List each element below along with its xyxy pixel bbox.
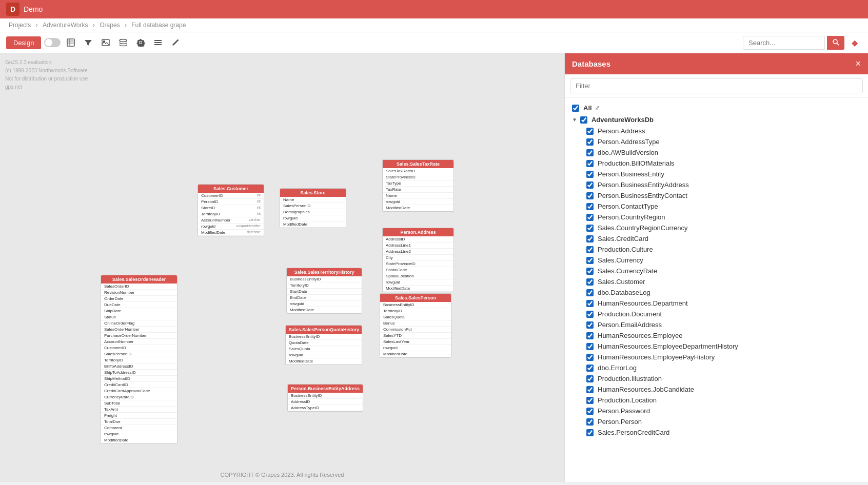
table-checkbox[interactable] <box>586 181 594 189</box>
search-input[interactable] <box>743 36 825 50</box>
table-checkbox[interactable] <box>586 138 594 146</box>
table-checkbox[interactable] <box>586 343 594 350</box>
table-checkbox[interactable] <box>586 128 594 135</box>
table-checkbox[interactable] <box>586 192 594 199</box>
table-checkbox[interactable] <box>586 408 594 415</box>
table-item-person-addresstype[interactable]: Person.AddressType <box>565 136 868 147</box>
filter-icon-btn[interactable] <box>81 35 95 50</box>
table-row: ShipMethodID <box>101 376 177 382</box>
table-row: PostalCode <box>383 267 453 273</box>
table-person-address[interactable]: Person.Address AddressID AddressLine1 Ad… <box>382 228 454 292</box>
table-item-sales-currencyrate[interactable]: Sales.CurrencyRate <box>565 266 868 276</box>
all-checkbox[interactable] <box>572 105 579 112</box>
table-item-person-be[interactable]: Person.BusinessEntity <box>565 169 868 179</box>
table-item-person-bec[interactable]: Person.BusinessEntityContact <box>565 190 868 201</box>
panel-filter-input[interactable] <box>570 78 863 93</box>
table-row: AddressLine1 <box>383 243 453 249</box>
table-person-bea[interactable]: Person.BusinessEntityAddress BusinessEnt… <box>287 384 363 412</box>
table-item-hr-edh[interactable]: HumanResources.EmployeeDepartmentHistory <box>565 341 868 352</box>
panel-close-button[interactable]: × <box>855 58 861 69</box>
table-checkbox[interactable] <box>586 429 594 436</box>
copyright: COPYRIGHT © Grapes 2023. All rights Rese… <box>221 472 344 478</box>
table-item-production-culture[interactable]: Production.Culture <box>565 244 868 255</box>
table-label: Person.EmailAddress <box>598 321 662 329</box>
table-item-person-emailaddress[interactable]: Person.EmailAddress <box>565 319 868 330</box>
table-checkbox[interactable] <box>586 171 594 178</box>
all-row[interactable]: All ⤢ <box>565 102 868 114</box>
table-sales-store[interactable]: Sales.Store Name SalesPersonID Demograph… <box>280 188 346 228</box>
table-row: rowguid <box>280 215 346 221</box>
table-checkbox[interactable] <box>586 149 594 156</box>
breadcrumb: Projects › AdventureWorks › Grapes › Ful… <box>0 18 868 32</box>
table-item-dbo-databaselog[interactable]: dbo.DatabaseLog <box>565 287 868 298</box>
table-checkbox[interactable] <box>586 289 594 296</box>
table-sales-quotahistory[interactable]: Sales.SalesPersonQuotaHistory BusinessEn… <box>285 325 362 365</box>
table-item-production-illustration[interactable]: Production.Illustration <box>565 373 868 384</box>
table-checkbox[interactable] <box>586 235 594 243</box>
table-item-sales-countryregioncurrency[interactable]: Sales.CountryRegionCurrency <box>565 223 868 233</box>
table-item-hr-employee[interactable]: HumanResources.Employee <box>565 330 868 341</box>
table-item-person-countryregion[interactable]: Person.CountryRegion <box>565 212 868 223</box>
image-icon-btn[interactable] <box>98 35 113 50</box>
table-checkbox[interactable] <box>586 365 594 372</box>
table-checkbox[interactable] <box>586 278 594 286</box>
diamond-icon-btn[interactable]: ◆ <box>847 35 862 50</box>
table-item-dbo-errorlog[interactable]: dbo.ErrorLog <box>565 362 868 373</box>
table-item-sales-currency[interactable]: Sales.Currency <box>565 255 868 266</box>
table-row: OrderDate <box>101 296 177 302</box>
settings-icon-btn[interactable] <box>133 35 148 50</box>
table-checkbox[interactable] <box>586 203 594 210</box>
table-item-hr-jobcandidate[interactable]: HumanResources.JobCandidate <box>565 384 868 395</box>
table-checkbox[interactable] <box>586 418 594 426</box>
edit-icon-btn[interactable] <box>168 35 183 50</box>
breadcrumb-projects[interactable]: Projects <box>9 22 31 29</box>
table-sales-customer[interactable]: Sales.Customer CustomerIDint PersonIDint… <box>198 184 264 236</box>
table-checkbox[interactable] <box>586 354 594 361</box>
table-checkbox[interactable] <box>586 214 594 221</box>
table-checkbox[interactable] <box>586 386 594 393</box>
breadcrumb-adventureworks[interactable]: AdventureWorks <box>43 22 88 29</box>
table-item-person-bea[interactable]: Person.BusinessEntityAddress <box>565 179 868 190</box>
list-icon-btn[interactable] <box>151 35 165 50</box>
expand-all-icon[interactable]: ⤢ <box>595 105 600 111</box>
table-checkbox[interactable] <box>586 375 594 382</box>
table-item-person-address[interactable]: Person.Address <box>565 126 868 136</box>
table-item-dbo-awbuild[interactable]: dbo.AWBuildVersion <box>565 147 868 158</box>
table-item-sales-creditcard[interactable]: Sales.CreditCard <box>565 233 868 244</box>
table-checkbox[interactable] <box>586 300 594 307</box>
table-checkbox[interactable] <box>586 160 594 167</box>
table-row: QuotaDate <box>286 340 362 346</box>
table-checkbox[interactable] <box>586 321 594 329</box>
table-sales-taxrate[interactable]: Sales.SalesTaxRate SalesTaxRateID StateP… <box>382 159 454 212</box>
table-sales-person[interactable]: Sales.SalesPerson BusinessEntityID Terri… <box>380 293 451 358</box>
layers-icon-btn[interactable] <box>116 35 130 50</box>
table-item-person-password[interactable]: Person.Password <box>565 406 868 416</box>
table-sales-orderheader[interactable]: Sales.SalesOrderHeader SalesOrderID Revi… <box>101 275 177 444</box>
table-label: Sales.Customer <box>598 278 645 286</box>
db-group-adventureworks[interactable]: ▼ AdventureWorksDb <box>565 114 868 126</box>
search-button[interactable] <box>827 36 844 50</box>
table-checkbox[interactable] <box>586 257 594 264</box>
breadcrumb-grapes[interactable]: Grapes <box>100 22 120 29</box>
table-checkbox[interactable] <box>586 246 594 253</box>
table-checkbox[interactable] <box>586 268 594 275</box>
table-checkbox[interactable] <box>586 225 594 232</box>
table-item-person-person[interactable]: Person.Person <box>565 416 868 427</box>
table-item-hr-eph[interactable]: HumanResources.EmployeePayHistory <box>565 352 868 362</box>
table-item-production-bom[interactable]: Production.BillOfMaterials <box>565 158 868 169</box>
design-button[interactable]: Design <box>6 36 41 49</box>
view-toggle[interactable] <box>44 38 61 47</box>
table-icon-btn[interactable] <box>64 35 78 50</box>
table-checkbox[interactable] <box>586 397 594 404</box>
table-item-production-document[interactable]: Production.Document <box>565 309 868 319</box>
table-item-hr-department[interactable]: HumanResources.Department <box>565 298 868 309</box>
canvas-area[interactable]: GoJS 2.3 evaluation (c) 1998-2023 Northw… <box>0 53 564 482</box>
table-checkbox[interactable] <box>586 332 594 339</box>
table-sales-territoryhistory[interactable]: Sales.SalesTerritoryHistory BusinessEnti… <box>286 268 362 314</box>
table-item-person-contacttype[interactable]: Person.ContactType <box>565 201 868 212</box>
table-item-sales-customer[interactable]: Sales.Customer <box>565 276 868 287</box>
table-item-production-location[interactable]: Production.Location <box>565 395 868 406</box>
table-item-sales-personcreditcard[interactable]: Sales.PersonCreditCard <box>565 427 868 438</box>
table-checkbox[interactable] <box>586 311 594 318</box>
db-group-checkbox[interactable] <box>580 116 587 124</box>
